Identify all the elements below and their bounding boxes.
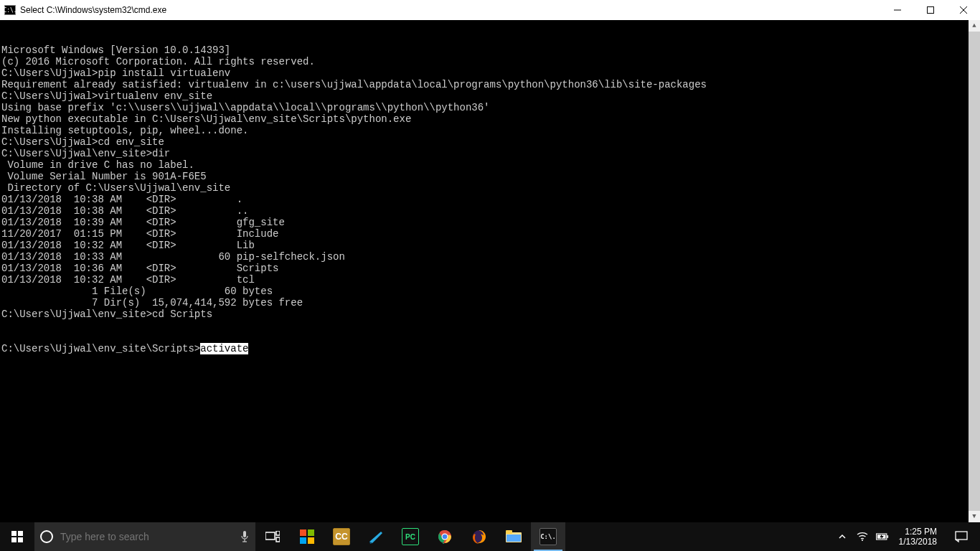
svg-rect-17 bbox=[308, 537, 314, 544]
taskbar-app-firefox[interactable] bbox=[462, 522, 496, 551]
clock-date: 1/13/2018 bbox=[899, 537, 937, 547]
svg-rect-1 bbox=[928, 7, 934, 14]
svg-rect-25 bbox=[506, 530, 512, 534]
svg-rect-12 bbox=[276, 531, 280, 535]
start-button[interactable] bbox=[0, 522, 34, 551]
console-line: New python executable in C:\Users\Ujjwal… bbox=[1, 113, 980, 125]
close-button[interactable] bbox=[947, 0, 980, 20]
console-line: Volume Serial Number is 901A-F6E5 bbox=[1, 171, 980, 182]
titlebar[interactable]: C:\. Select C:\Windows\system32\cmd.exe bbox=[0, 0, 980, 20]
console-line: Installing setuptools, pip, wheel...done… bbox=[1, 125, 980, 136]
console-line: 01/13/2018 10:32 AM <DIR> tcl bbox=[1, 274, 980, 286]
console-line: 01/13/2018 10:39 AM <DIR> gfg_site bbox=[1, 217, 980, 228]
clock[interactable]: 1:25 PM 1/13/2018 bbox=[896, 527, 940, 547]
svg-marker-18 bbox=[369, 532, 382, 543]
scroll-up-button[interactable]: ▲ bbox=[969, 20, 980, 32]
console-line: Volume in drive C has no label. bbox=[1, 159, 980, 171]
search-input[interactable] bbox=[60, 531, 232, 542]
wifi-icon[interactable] bbox=[856, 522, 869, 551]
tray-overflow-icon[interactable] bbox=[836, 522, 849, 551]
console-line: 01/13/2018 10:32 AM <DIR> Lib bbox=[1, 240, 980, 251]
microphone-icon[interactable] bbox=[240, 529, 250, 544]
search-box[interactable] bbox=[34, 522, 255, 551]
console-line: C:\Users\Ujjwal>pip install virtualenv bbox=[1, 67, 980, 79]
svg-rect-29 bbox=[887, 535, 888, 538]
svg-rect-11 bbox=[265, 532, 275, 540]
svg-rect-7 bbox=[18, 537, 23, 542]
console-line: 01/13/2018 10:33 AM 60 pip-selfcheck.jso… bbox=[1, 251, 980, 263]
svg-rect-16 bbox=[300, 537, 306, 544]
console-line: C:\Users\Ujjwal>virtualenv env_site bbox=[1, 90, 980, 102]
console-line: Microsoft Windows [Version 10.0.14393] bbox=[1, 44, 980, 56]
console-line: 01/13/2018 10:38 AM <DIR> . bbox=[1, 194, 980, 205]
selected-command[interactable]: activate bbox=[200, 343, 248, 354]
system-tray: 1:25 PM 1/13/2018 bbox=[830, 522, 980, 551]
console-line: Directory of C:\Users\Ujjwal\env_site bbox=[1, 182, 980, 194]
console-output[interactable]: Microsoft Windows [Version 10.0.14393](c… bbox=[0, 20, 980, 522]
taskbar-app-chrome[interactable] bbox=[428, 522, 462, 551]
cortana-icon bbox=[40, 530, 53, 543]
taskbar-app-explorer[interactable] bbox=[496, 522, 531, 551]
console-line: 1 File(s) 60 bytes bbox=[1, 286, 980, 297]
svg-point-27 bbox=[862, 540, 863, 541]
svg-rect-14 bbox=[300, 529, 306, 536]
cmd-icon: C:\. bbox=[4, 5, 16, 15]
svg-point-22 bbox=[443, 534, 448, 540]
prompt-text: C:\Users\Ujjwal\env_site\Scripts> bbox=[1, 343, 200, 354]
taskbar-app-cc[interactable]: CC bbox=[324, 522, 359, 551]
console-line: C:\Users\Ujjwal\env_site>cd Scripts bbox=[1, 309, 980, 320]
task-view-button[interactable] bbox=[255, 522, 290, 551]
console-line: Requirement already satisfied: virtualen… bbox=[1, 79, 980, 90]
scrollbar[interactable]: ▲ ▼ bbox=[969, 20, 980, 522]
action-center-button[interactable] bbox=[947, 531, 976, 542]
battery-icon[interactable] bbox=[876, 522, 889, 551]
window-title: Select C:\Windows\system32\cmd.exe bbox=[20, 5, 166, 15]
taskbar-app-cmd[interactable]: C:\. bbox=[531, 522, 565, 551]
console-line: 11/20/2017 01:15 PM <DIR> Include bbox=[1, 228, 980, 240]
scroll-track[interactable] bbox=[969, 32, 980, 511]
svg-rect-26 bbox=[507, 534, 521, 542]
console-line: (c) 2016 Microsoft Corporation. All righ… bbox=[1, 56, 980, 67]
svg-rect-32 bbox=[956, 532, 967, 540]
console-line: 01/13/2018 10:38 AM <DIR> .. bbox=[1, 205, 980, 217]
taskbar-app-shortcut[interactable] bbox=[359, 522, 393, 551]
minimize-button[interactable] bbox=[881, 0, 914, 20]
console-line: C:\Users\Ujjwal\env_site>dir bbox=[1, 148, 980, 159]
console-line: Using base prefix 'c:\\users\\ujjwal\\ap… bbox=[1, 102, 980, 113]
console-line: C:\Users\Ujjwal>cd env_site bbox=[1, 136, 980, 148]
cmd-window: C:\. Select C:\Windows\system32\cmd.exe … bbox=[0, 0, 980, 522]
taskbar: CC PC C:\. 1:25 PM 1/13/2018 bbox=[0, 522, 980, 551]
svg-rect-6 bbox=[11, 537, 17, 542]
svg-rect-13 bbox=[276, 537, 280, 542]
clock-time: 1:25 PM bbox=[905, 527, 937, 537]
taskbar-app-mswindows[interactable] bbox=[290, 522, 324, 551]
svg-rect-4 bbox=[11, 531, 17, 536]
maximize-button[interactable] bbox=[914, 0, 947, 20]
console-line: 7 Dir(s) 15,074,414,592 bytes free bbox=[1, 297, 980, 309]
scroll-thumb[interactable] bbox=[969, 32, 980, 511]
scroll-down-button[interactable]: ▼ bbox=[969, 511, 980, 522]
taskbar-app-pycharm[interactable]: PC bbox=[393, 522, 428, 551]
svg-rect-15 bbox=[308, 529, 314, 536]
svg-rect-5 bbox=[18, 531, 23, 536]
console-line: 01/13/2018 10:36 AM <DIR> Scripts bbox=[1, 263, 980, 274]
svg-rect-8 bbox=[243, 531, 246, 537]
